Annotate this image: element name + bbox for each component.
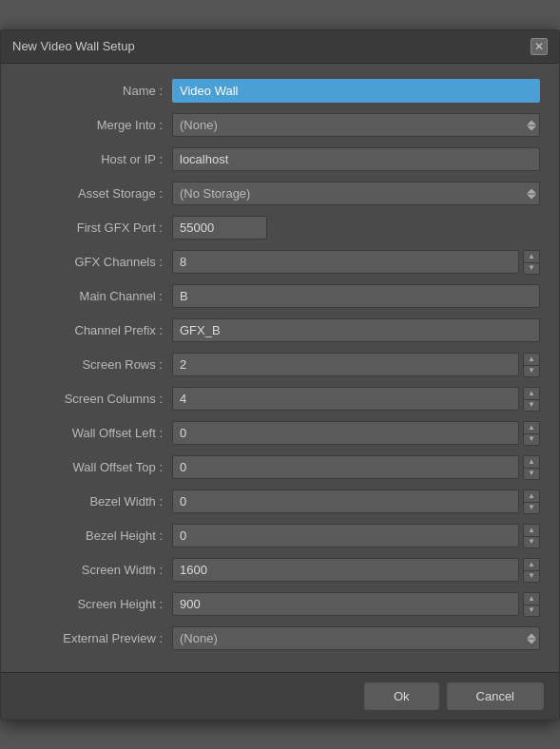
name-row: Name :: [20, 77, 540, 106]
wall-offset-left-spinner: ▲ ▼: [172, 421, 540, 446]
asset-storage-control: (No Storage): [172, 182, 540, 205]
bezel-height-btns: ▲ ▼: [523, 524, 540, 548]
name-input[interactable]: [172, 79, 540, 103]
external-preview-select[interactable]: (None): [172, 626, 540, 650]
wall-offset-left-btns: ▲ ▼: [523, 421, 540, 446]
host-control: [172, 147, 540, 171]
screen-height-input[interactable]: [172, 592, 519, 616]
title-bar: New Video Wall Setup ✕: [1, 30, 559, 64]
asset-storage-select-wrap: (No Storage): [172, 182, 540, 205]
screen-height-btns: ▲ ▼: [523, 592, 540, 617]
screen-width-input[interactable]: [172, 558, 519, 582]
bezel-height-down[interactable]: ▼: [523, 536, 540, 548]
bezel-height-control: ▲ ▼: [172, 524, 540, 548]
screen-rows-row: Screen Rows : ▲ ▼: [20, 351, 540, 379]
asset-storage-select[interactable]: (No Storage): [172, 182, 540, 205]
wall-offset-top-up[interactable]: ▲: [523, 455, 540, 468]
external-preview-label: External Preview :: [20, 631, 172, 645]
wall-offset-top-input[interactable]: [172, 455, 519, 479]
main-channel-input[interactable]: [172, 284, 540, 308]
bezel-width-label: Bezel Width :: [20, 494, 172, 509]
screen-width-down[interactable]: ▼: [523, 570, 540, 583]
name-control: [172, 79, 540, 103]
screen-columns-label: Screen Columns :: [20, 392, 172, 406]
screen-width-spinner: ▲ ▼: [172, 558, 540, 583]
gfx-channels-up[interactable]: ▲: [523, 250, 540, 262]
gfx-channels-label: GFX Channels :: [20, 255, 172, 269]
bezel-width-down[interactable]: ▼: [523, 502, 540, 514]
bezel-width-control: ▲ ▼: [172, 490, 540, 514]
bezel-height-label: Bezel Height :: [20, 528, 172, 543]
screen-width-up[interactable]: ▲: [523, 558, 540, 570]
bezel-width-row: Bezel Width : ▲ ▼: [20, 488, 540, 516]
screen-height-spinner: ▲ ▼: [172, 592, 540, 617]
bezel-width-up[interactable]: ▲: [523, 490, 540, 502]
screen-height-up[interactable]: ▲: [523, 592, 540, 605]
wall-offset-top-down[interactable]: ▼: [523, 468, 540, 480]
form-body: Name : Merge Into : (None): [1, 64, 559, 672]
first-gfx-port-row: First GFX Port :: [20, 214, 540, 242]
screen-height-label: Screen Height :: [20, 597, 172, 611]
ok-button[interactable]: Ok: [364, 682, 439, 710]
new-video-wall-dialog: New Video Wall Setup ✕ Name : Merge Into…: [0, 29, 560, 720]
wall-offset-top-btns: ▲ ▼: [523, 455, 540, 480]
gfx-channels-down[interactable]: ▼: [523, 262, 540, 275]
gfx-channels-btns: ▲ ▼: [523, 250, 540, 275]
bezel-height-spinner: ▲ ▼: [172, 524, 540, 548]
wall-offset-left-up[interactable]: ▲: [523, 421, 540, 433]
first-gfx-port-control: [172, 216, 540, 240]
channel-prefix-label: Channel Prefix :: [20, 323, 172, 337]
asset-storage-row: Asset Storage : (No Storage): [20, 180, 540, 208]
bezel-height-up[interactable]: ▲: [523, 524, 540, 536]
bezel-height-input[interactable]: [172, 524, 519, 547]
screen-width-btns: ▲ ▼: [523, 558, 540, 583]
screen-height-down[interactable]: ▼: [523, 605, 540, 617]
screen-height-row: Screen Height : ▲ ▼: [20, 590, 540, 619]
name-label: Name :: [20, 84, 172, 98]
bezel-width-spinner: ▲ ▼: [172, 490, 540, 514]
screen-rows-spinner: ▲ ▼: [172, 353, 540, 377]
external-preview-row: External Preview : (None): [20, 624, 540, 653]
external-preview-control: (None): [172, 626, 540, 650]
dialog-title: New Video Wall Setup: [12, 39, 135, 53]
screen-height-control: ▲ ▼: [172, 592, 540, 617]
merge-into-control: (None): [172, 113, 540, 137]
screen-columns-down[interactable]: ▼: [523, 399, 540, 412]
gfx-channels-row: GFX Channels : ▲ ▼: [20, 248, 540, 277]
screen-rows-btns: ▲ ▼: [523, 353, 540, 377]
wall-offset-left-down[interactable]: ▼: [523, 433, 540, 446]
screen-rows-control: ▲ ▼: [172, 353, 540, 377]
screen-rows-up[interactable]: ▲: [523, 353, 540, 365]
screen-width-label: Screen Width :: [20, 563, 172, 577]
host-input[interactable]: [172, 147, 540, 171]
first-gfx-port-input[interactable]: [172, 216, 267, 240]
external-preview-select-wrap: (None): [172, 626, 540, 650]
merge-into-row: Merge Into : (None): [20, 111, 540, 140]
screen-columns-row: Screen Columns : ▲ ▼: [20, 385, 540, 413]
screen-columns-up[interactable]: ▲: [523, 387, 540, 399]
wall-offset-top-control: ▲ ▼: [172, 455, 540, 480]
channel-prefix-control: [172, 318, 540, 342]
screen-rows-input[interactable]: [172, 353, 519, 376]
wall-offset-left-row: Wall Offset Left : ▲ ▼: [20, 419, 540, 448]
dialog-footer: Ok Cancel: [1, 672, 559, 720]
channel-prefix-input[interactable]: [172, 318, 540, 342]
close-button[interactable]: ✕: [531, 38, 548, 55]
gfx-channels-input[interactable]: [172, 250, 519, 274]
merge-into-select[interactable]: (None): [172, 113, 540, 137]
screen-rows-down[interactable]: ▼: [523, 365, 540, 377]
main-channel-label: Main Channel :: [20, 289, 172, 303]
bezel-width-input[interactable]: [172, 490, 519, 513]
screen-rows-label: Screen Rows :: [20, 357, 172, 372]
bezel-height-row: Bezel Height : ▲ ▼: [20, 522, 540, 550]
wall-offset-left-input[interactable]: [172, 421, 519, 445]
screen-columns-input[interactable]: [172, 387, 519, 411]
screen-width-control: ▲ ▼: [172, 558, 540, 583]
first-gfx-port-label: First GFX Port :: [20, 221, 172, 235]
cancel-button[interactable]: Cancel: [447, 682, 544, 710]
main-channel-control: [172, 284, 540, 308]
bezel-width-btns: ▲ ▼: [523, 490, 540, 514]
channel-prefix-row: Channel Prefix :: [20, 317, 540, 345]
host-row: Host or IP :: [20, 145, 540, 174]
main-channel-row: Main Channel :: [20, 282, 540, 311]
